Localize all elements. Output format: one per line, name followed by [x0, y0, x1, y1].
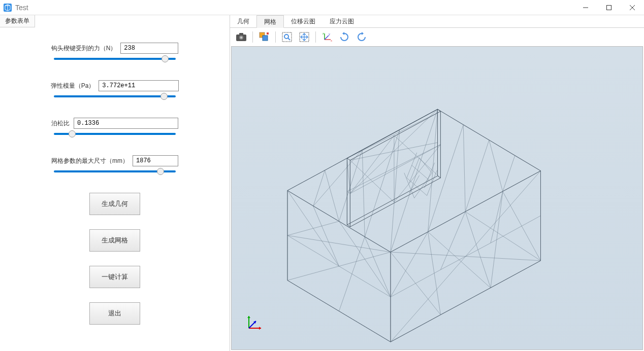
tab-displacement[interactable]: 位移云图 [284, 15, 323, 27]
svg-rect-11 [267, 32, 269, 34]
generate-geometry-button[interactable]: 生成几何 [89, 193, 140, 215]
mesh-size-input[interactable] [133, 155, 178, 166]
sidebar: 参数表单 钩头楔键受到的力（N） 弹性模量（Pa） 泊松比 [0, 15, 230, 351]
toolbar-separator [252, 31, 253, 43]
window-title: Test [15, 4, 28, 12]
rotate-ccw-icon[interactable] [355, 30, 369, 44]
modulus-label: 弹性模量（Pa） [51, 82, 95, 90]
axis-triad [244, 313, 264, 335]
svg-point-13 [284, 34, 288, 39]
mesh-size-label: 网格参数的最大尺寸（mm） [51, 157, 128, 165]
view-tabs: 几何 网格 位移云图 应力云图 [230, 15, 644, 28]
viewport-3d[interactable] [231, 46, 643, 350]
toolbar-separator [315, 31, 316, 43]
svg-rect-10 [263, 36, 268, 41]
svg-point-8 [240, 37, 242, 39]
app-icon [3, 3, 12, 12]
param-tab[interactable]: 参数表单 [0, 15, 35, 27]
axis-triad-icon[interactable]: xzy [320, 30, 334, 44]
camera-icon[interactable] [234, 30, 248, 44]
svg-text:x: x [331, 39, 332, 42]
svg-text:y: y [329, 32, 330, 36]
titlebar: Test [0, 0, 644, 15]
minimize-button[interactable] [574, 0, 597, 15]
param-mesh-size: 网格参数的最大尺寸（mm） [25, 155, 204, 172]
tab-geometry[interactable]: 几何 [230, 15, 256, 27]
force-slider[interactable] [54, 58, 176, 60]
poisson-input[interactable] [74, 118, 178, 129]
param-poisson: 泊松比 [25, 118, 204, 135]
svg-text:z: z [323, 32, 324, 35]
svg-line-14 [288, 38, 290, 40]
rotate-cw-icon[interactable] [337, 30, 351, 44]
force-label: 钩头楔键受到的力（N） [51, 44, 117, 53]
poisson-label: 泊松比 [51, 119, 70, 128]
generate-mesh-button[interactable]: 生成网格 [89, 229, 140, 252]
param-modulus: 弹性模量（Pa） [25, 80, 204, 97]
svg-rect-6 [239, 33, 243, 35]
force-input[interactable] [120, 43, 178, 54]
modulus-input[interactable] [99, 80, 179, 91]
toolbar-separator [275, 31, 276, 43]
fit-view-icon[interactable] [297, 30, 311, 44]
viewport-toolbar: xzy [230, 28, 644, 46]
content-area: 几何 网格 位移云图 应力云图 xzy [230, 15, 644, 351]
tab-mesh[interactable]: 网格 [256, 15, 284, 28]
maximize-button[interactable] [597, 0, 621, 15]
svg-rect-2 [607, 5, 611, 10]
svg-rect-12 [282, 32, 292, 42]
mesh-size-slider[interactable] [54, 170, 176, 172]
compute-button[interactable]: 一键计算 [89, 266, 140, 288]
poisson-slider[interactable] [54, 133, 176, 135]
modulus-slider[interactable] [54, 95, 176, 97]
tab-stress[interactable]: 应力云图 [323, 15, 361, 27]
param-force: 钩头楔键受到的力（N） [25, 43, 204, 60]
close-button[interactable] [621, 0, 644, 15]
mesh-wireframe [232, 47, 642, 349]
window-buttons [574, 0, 644, 15]
box-select-icon[interactable] [257, 30, 271, 44]
zoom-window-icon[interactable] [280, 30, 294, 44]
exit-button[interactable]: 退出 [89, 302, 140, 325]
svg-line-18 [325, 36, 329, 40]
